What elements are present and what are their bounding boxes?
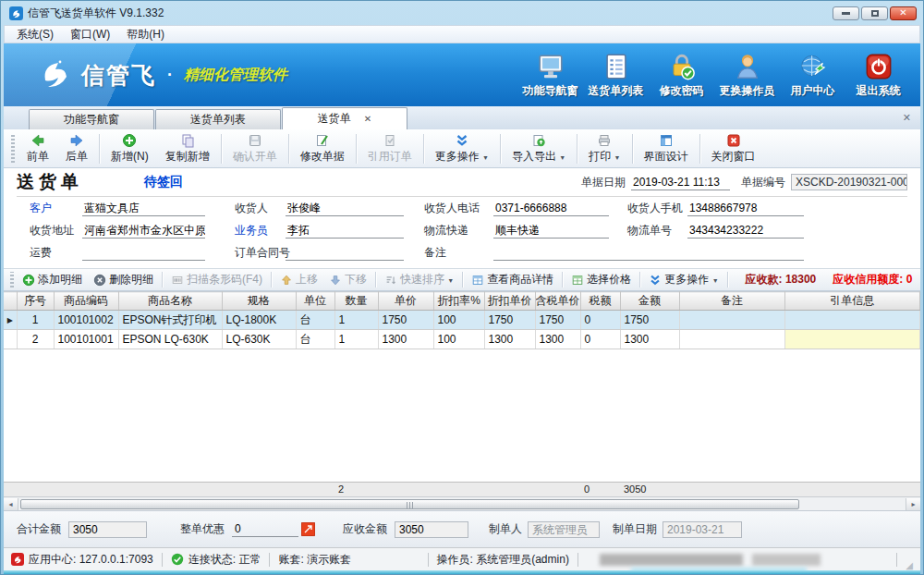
table-cell[interactable] xyxy=(784,330,920,349)
table-cell[interactable]: 1750 xyxy=(535,311,580,330)
detail-button-view-product[interactable]: 查看商品详情 xyxy=(466,271,559,288)
minimize-button[interactable] xyxy=(833,6,859,20)
consignee-field[interactable]: 张俊峰 xyxy=(286,201,404,216)
banner-action-user-center[interactable]: 用户中心 xyxy=(780,52,845,99)
column-header[interactable]: 单价 xyxy=(378,292,433,311)
table-cell[interactable]: 1300 xyxy=(378,330,433,349)
toolbar-button-copy-new[interactable]: 复制新增 xyxy=(157,131,218,166)
table-cell[interactable]: 1750 xyxy=(378,311,433,330)
table-cell[interactable] xyxy=(784,311,920,330)
table-cell[interactable]: 1750 xyxy=(484,311,535,330)
detail-button-move-up[interactable]: 上移 xyxy=(274,271,323,288)
table-cell[interactable]: 100101001 xyxy=(54,330,118,349)
table-cell[interactable]: 1 xyxy=(334,330,378,349)
column-header[interactable]: 折扣单价 xyxy=(484,292,535,311)
toolbar-button-add-new[interactable]: 新增(N) xyxy=(103,131,157,166)
banner-action-nav-window[interactable]: 功能导航窗 xyxy=(517,52,583,99)
toolbar-button-next-order[interactable]: 后单 xyxy=(57,131,96,166)
table-cell[interactable]: 2 xyxy=(17,330,54,349)
remark-field[interactable] xyxy=(493,245,804,261)
column-header[interactable]: 序号 xyxy=(17,292,54,311)
banner-action-change-password[interactable]: 修改密码 xyxy=(649,52,714,99)
column-header[interactable]: 税额 xyxy=(580,292,620,311)
menu-item-window[interactable]: 窗口(W) xyxy=(62,25,118,44)
salesman-link[interactable]: 业务员 xyxy=(235,223,286,239)
column-header[interactable]: 含税单价 xyxy=(535,292,580,311)
table-cell[interactable]: 1 xyxy=(17,311,54,330)
toolbar-button-import-export[interactable]: 导入导出 ▼ xyxy=(504,131,574,166)
column-header[interactable]: 金额 xyxy=(620,292,679,311)
toolbar-button-confirm-order[interactable]: 确认开单 xyxy=(225,131,286,166)
table-cell[interactable]: 台 xyxy=(296,330,334,349)
scroll-right-icon[interactable]: ▸ xyxy=(906,498,920,510)
maximize-button[interactable] xyxy=(861,6,888,20)
table-cell[interactable]: 1 xyxy=(334,311,378,330)
customer-link[interactable]: 客户 xyxy=(30,201,82,216)
table-cell[interactable]: EPSON LQ-630K xyxy=(118,330,222,349)
column-header[interactable]: 商品编码 xyxy=(54,292,118,311)
banner-action-exit-system[interactable]: 退出系统 xyxy=(845,52,911,99)
table-cell[interactable]: 1750 xyxy=(620,311,679,330)
toolbar-grip[interactable] xyxy=(11,135,15,163)
address-field[interactable]: 河南省郑州市金水区中原路 xyxy=(82,223,205,239)
close-button[interactable]: ✕ xyxy=(890,6,917,20)
detail-button-more-detail-ops[interactable]: 更多操作 ▼ xyxy=(643,271,723,288)
toolbar-button-close-window[interactable]: 关闭窗口 xyxy=(703,131,764,166)
table-cell[interactable] xyxy=(679,330,784,349)
toolbar-button-print[interactable]: 打印 ▼ xyxy=(580,131,628,166)
toolbar-button-ref-order[interactable]: 引用订单 xyxy=(359,131,420,166)
column-header[interactable]: 规格 xyxy=(222,292,296,311)
banner-action-switch-operator[interactable]: 更换操作员 xyxy=(714,52,780,99)
doc-date-field[interactable]: 2019-03-21 11:13 xyxy=(631,175,730,190)
toolbar-button-modify-order[interactable]: 修改单据 xyxy=(292,131,353,166)
customer-field[interactable]: 蓝猫文具店 xyxy=(82,201,205,216)
table-cell[interactable]: 0 xyxy=(580,330,620,349)
scrollbar-thumb[interactable] xyxy=(20,499,799,509)
table-cell[interactable]: 100101002 xyxy=(54,311,118,330)
column-header[interactable]: 数量 xyxy=(334,292,378,311)
phone-field[interactable]: 0371-6666888 xyxy=(493,201,609,216)
menu-item-help[interactable]: 帮助(H) xyxy=(118,25,173,44)
toolbar-button-prev-order[interactable]: 前单 xyxy=(18,131,57,166)
detail-button-choose-price[interactable]: 选择价格 xyxy=(565,271,637,288)
menu-item-system[interactable]: 系统(S) xyxy=(8,25,62,44)
table-cell[interactable]: 1300 xyxy=(620,330,679,349)
table-cell[interactable]: 1300 xyxy=(484,330,535,349)
column-header[interactable]: 引单信息 xyxy=(784,292,920,311)
table-row[interactable]: 2100101001EPSON LQ-630KLQ-630K台113001001… xyxy=(4,330,920,349)
contract-field[interactable] xyxy=(286,245,404,261)
column-header[interactable]: 备注 xyxy=(679,292,784,311)
table-cell[interactable]: 100 xyxy=(433,330,484,349)
column-header[interactable]: 单位 xyxy=(296,292,334,311)
toolbar-button-more-ops[interactable]: 更多操作 ▼ xyxy=(427,131,497,166)
table-cell[interactable]: LQ-1800K xyxy=(222,311,296,330)
discount-edit-icon[interactable] xyxy=(301,522,315,536)
logistics-field[interactable]: 顺丰快递 xyxy=(493,223,609,239)
table-cell[interactable]: 0 xyxy=(580,311,620,330)
mobile-field[interactable]: 13488667978 xyxy=(687,201,804,216)
tab-close-icon[interactable]: ✕ xyxy=(364,114,371,124)
scroll-left-icon[interactable]: ◂ xyxy=(4,498,18,510)
discount-field[interactable]: 0 xyxy=(232,521,298,537)
table-cell[interactable]: LQ-630K xyxy=(222,330,296,349)
freight-field[interactable] xyxy=(82,245,205,261)
salesman-field[interactable]: 李拓 xyxy=(286,223,404,239)
detail-button-move-down[interactable]: 下移 xyxy=(323,271,372,288)
table-cell[interactable]: EPSON针式打印机 xyxy=(118,311,222,330)
table-cell[interactable] xyxy=(679,311,784,330)
tab-order-list[interactable]: 送货单列表 xyxy=(155,109,281,129)
detail-button-scan-barcode[interactable]: 扫描条形码(F4) xyxy=(165,271,268,288)
table-row[interactable]: ▶1100101002EPSON针式打印机LQ-1800K台1175010017… xyxy=(4,311,920,330)
detail-toolbar-grip[interactable] xyxy=(10,272,14,288)
table-cell[interactable]: 100 xyxy=(433,311,484,330)
tabstrip-close-icon[interactable]: ✕ xyxy=(903,112,911,124)
column-header[interactable] xyxy=(4,292,17,311)
detail-button-quick-sort[interactable]: 快速排序 ▼ xyxy=(379,271,459,288)
banner-action-order-list[interactable]: 送货单列表 xyxy=(583,52,649,99)
tab-delivery-order[interactable]: 送货单✕ xyxy=(282,107,407,129)
table-cell[interactable]: 台 xyxy=(296,311,334,330)
detail-button-add-detail[interactable]: 添加明细 xyxy=(17,271,88,288)
column-header[interactable]: 折扣率% xyxy=(433,292,484,311)
tab-nav-window[interactable]: 功能导航窗 xyxy=(29,109,154,129)
table-cell[interactable]: 1300 xyxy=(535,330,580,349)
